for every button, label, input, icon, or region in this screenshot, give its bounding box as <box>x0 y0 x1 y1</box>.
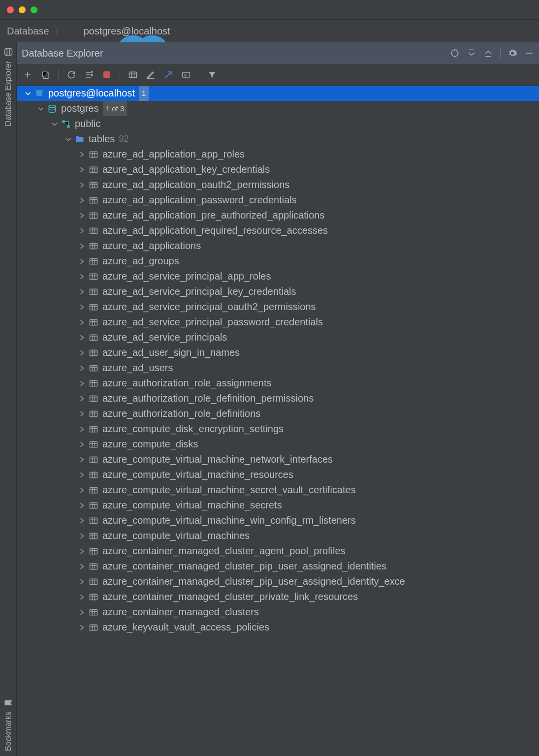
tree-table-item[interactable]: azure_ad_user_sign_in_names <box>17 345 539 360</box>
chevron-right-icon[interactable] <box>78 501 87 510</box>
chevron-right-icon[interactable] <box>78 471 87 479</box>
chevron-right-icon[interactable] <box>78 196 87 205</box>
scroll-to-source-icon[interactable] <box>450 48 460 58</box>
chevron-right-icon[interactable] <box>78 181 87 189</box>
chevron-right-icon[interactable] <box>78 150 87 159</box>
chevron-right-icon[interactable] <box>78 333 87 342</box>
tree-table-item[interactable]: azure_compute_virtual_machine_secrets <box>17 498 539 513</box>
chevron-right-icon[interactable] <box>78 455 87 464</box>
hide-panel-icon[interactable] <box>524 48 534 58</box>
chevron-right-icon[interactable] <box>78 623 87 632</box>
chevron-right-icon[interactable] <box>78 532 87 540</box>
tree-table-item[interactable]: azure_compute_disks <box>17 437 539 452</box>
tree-table-item[interactable]: azure_ad_application_app_roles <box>17 147 539 162</box>
database-tree[interactable]: postgres@localhost 1 postgres 1 of 3 pub… <box>17 86 539 756</box>
traffic-minimize-icon[interactable] <box>19 6 26 13</box>
chevron-right-icon[interactable] <box>78 272 87 281</box>
tree-table-item[interactable]: azure_compute_virtual_machines <box>17 528 539 543</box>
tree-schema[interactable]: public <box>17 116 539 131</box>
gear-icon[interactable] <box>507 48 517 58</box>
data-source-properties-icon[interactable] <box>84 70 94 80</box>
tree-table-item[interactable]: azure_authorization_role_definitions <box>17 406 539 421</box>
chevron-right-icon[interactable] <box>78 348 87 357</box>
chevron-right-icon[interactable] <box>78 364 87 373</box>
chevron-right-icon[interactable] <box>78 547 87 556</box>
chevron-right-icon[interactable] <box>78 318 87 327</box>
traffic-zoom-icon[interactable] <box>31 6 37 13</box>
tree-table-item[interactable]: azure_ad_users <box>17 360 539 376</box>
tree-table-item[interactable]: azure_container_managed_clusters <box>17 604 539 620</box>
tree-table-item[interactable]: azure_container_managed_cluster_agent_po… <box>17 543 539 559</box>
tree-table-item[interactable]: azure_ad_application_oauth2_permissions <box>17 177 539 192</box>
tree-table-item[interactable]: azure_ad_application_required_resource_a… <box>17 223 539 238</box>
tree-table-item[interactable]: azure_keyvault_vault_access_policies <box>17 620 539 635</box>
tree-table-item[interactable]: azure_container_managed_cluster_private_… <box>17 589 539 604</box>
breadcrumb: Database 〉 postgres@localhost <box>0 20 539 42</box>
tree-table-item[interactable]: azure_ad_service_principal_oauth2_permis… <box>17 299 539 315</box>
chevron-right-icon[interactable] <box>78 410 87 418</box>
tree-table-item[interactable]: azure_compute_virtual_machine_secret_vau… <box>17 482 539 498</box>
table-view-icon[interactable] <box>128 70 138 80</box>
chevron-right-icon[interactable] <box>78 486 87 495</box>
breadcrumb-root[interactable]: Database <box>7 26 49 37</box>
chevron-right-icon[interactable] <box>78 303 87 312</box>
tree-table-item[interactable]: azure_compute_disk_encryption_settings <box>17 421 539 437</box>
tree-table-item[interactable]: azure_container_managed_cluster_pip_user… <box>17 559 539 574</box>
chevron-right-icon[interactable] <box>78 516 87 525</box>
chevron-right-icon[interactable] <box>78 394 87 403</box>
collapse-all-icon[interactable] <box>483 48 493 58</box>
gutter-tab-bookmarks[interactable]: Bookmarks <box>3 698 13 751</box>
tree-table-item[interactable]: azure_compute_virtual_machine_win_config… <box>17 513 539 528</box>
tree-table-item[interactable]: azure_ad_application_key_credentials <box>17 162 539 177</box>
tree-table-item[interactable]: azure_ad_service_principal_password_cred… <box>17 315 539 330</box>
chevron-right-icon[interactable] <box>78 593 87 601</box>
tree-database[interactable]: postgres 1 of 3 <box>17 101 539 116</box>
chevron-right-icon[interactable] <box>78 257 87 266</box>
tree-table-item[interactable]: azure_ad_service_principal_app_roles <box>17 269 539 284</box>
breadcrumb-leaf[interactable]: postgres@localhost <box>84 26 170 37</box>
tree-table-item[interactable]: azure_compute_virtual_machine_network_in… <box>17 452 539 467</box>
chevron-right-icon[interactable] <box>78 562 87 571</box>
tree-table-item[interactable]: azure_compute_virtual_machine_resources <box>17 467 539 482</box>
tree-table-item[interactable]: azure_authorization_role_definition_perm… <box>17 391 539 406</box>
jump-to-query-icon[interactable] <box>163 70 173 80</box>
traffic-close-icon[interactable] <box>7 6 14 13</box>
tree-table-item[interactable]: azure_container_managed_cluster_pip_user… <box>17 574 539 589</box>
tree-tables-folder-count: 92 <box>119 131 128 147</box>
duplicate-icon[interactable] <box>40 70 50 80</box>
refresh-icon[interactable] <box>66 70 76 80</box>
tree-table-item[interactable]: azure_authorization_role_assignments <box>17 376 539 391</box>
bookmark-icon <box>3 698 13 708</box>
filter-icon[interactable] <box>207 70 217 80</box>
chevron-right-icon[interactable] <box>78 608 87 617</box>
new-icon[interactable] <box>23 70 32 80</box>
chevron-down-icon[interactable] <box>36 104 45 113</box>
tree-table-item[interactable]: azure_ad_service_principals <box>17 330 539 345</box>
stop-icon[interactable] <box>102 70 112 80</box>
tree-table-item[interactable]: azure_ad_application_pre_authorized_appl… <box>17 208 539 223</box>
tree-table-label: azure_compute_disk_encryption_settings <box>102 421 284 437</box>
chevron-down-icon[interactable] <box>50 120 59 128</box>
tree-table-item[interactable]: azure_ad_groups <box>17 253 539 269</box>
chevron-right-icon[interactable] <box>78 425 87 434</box>
chevron-right-icon[interactable] <box>78 440 87 449</box>
gutter-tab-database-explorer[interactable]: Database Explorer <box>3 47 13 126</box>
chevron-down-icon[interactable] <box>24 89 32 98</box>
edit-icon[interactable] <box>146 70 156 80</box>
chevron-right-icon[interactable] <box>78 242 87 251</box>
chevron-right-icon[interactable] <box>78 211 87 220</box>
table-icon <box>89 180 98 190</box>
chevron-right-icon[interactable] <box>78 577 87 586</box>
chevron-right-icon[interactable] <box>78 226 87 235</box>
chevron-down-icon[interactable] <box>64 135 73 144</box>
chevron-right-icon[interactable] <box>78 287 87 296</box>
expand-all-icon[interactable] <box>467 48 476 58</box>
chevron-right-icon[interactable] <box>78 165 87 174</box>
query-console-icon[interactable] <box>181 70 191 80</box>
tree-table-item[interactable]: azure_ad_application_password_credential… <box>17 192 539 208</box>
tree-table-item[interactable]: azure_ad_applications <box>17 238 539 253</box>
tree-connection[interactable]: postgres@localhost 1 <box>17 86 539 101</box>
chevron-right-icon[interactable] <box>78 379 87 388</box>
tree-table-item[interactable]: azure_ad_service_principal_key_credentia… <box>17 284 539 299</box>
tree-tables-folder[interactable]: tables 92 <box>17 131 539 147</box>
